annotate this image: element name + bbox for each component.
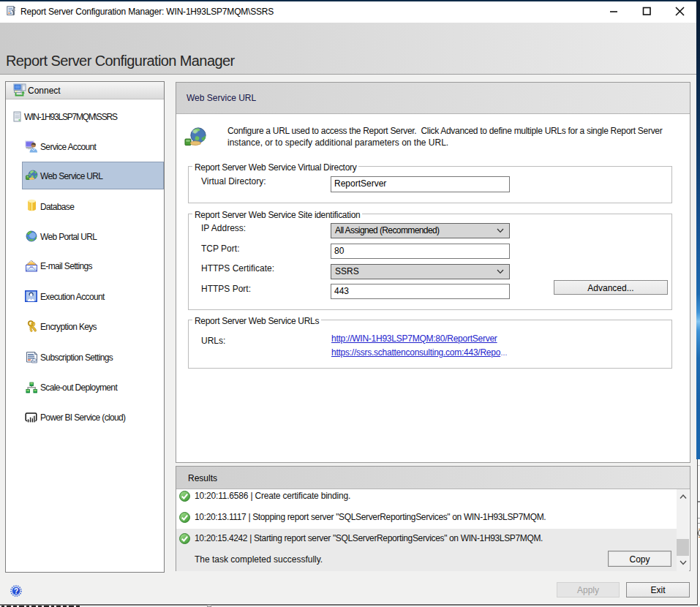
svg-text:?: ? (14, 587, 18, 595)
